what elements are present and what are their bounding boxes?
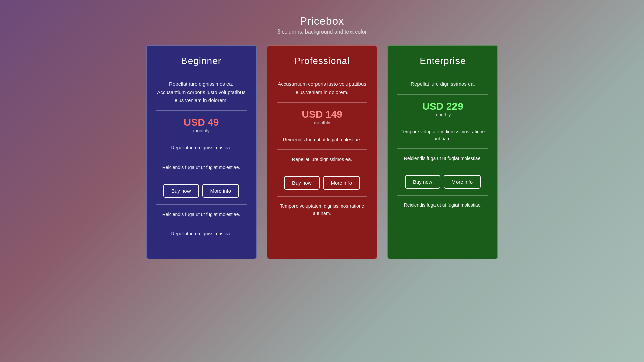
beginner-title: Beginner — [156, 56, 247, 66]
professional-period: monthly — [314, 120, 330, 125]
divider-p4 — [277, 149, 367, 150]
enterprise-title: Enterprise — [397, 56, 488, 66]
enterprise-buttons: Buy now More info — [405, 175, 481, 189]
divider-p1 — [277, 74, 367, 74]
cards-container: Beginner Repellat iure dignissimos ea. A… — [0, 45, 644, 259]
divider-e4 — [397, 148, 488, 149]
divider-p5 — [277, 169, 367, 169]
enterprise-price: USD 229 — [422, 101, 463, 112]
card-professional: Professional Accusantium corporis iusto … — [267, 45, 377, 259]
card-enterprise: Enterprise Repellat iure dignissimos ea.… — [387, 45, 498, 259]
beginner-price: USD 49 — [183, 117, 219, 128]
page-subtitle: 3 columns, background and text color — [277, 29, 367, 35]
beginner-buy-button[interactable]: Buy now — [163, 184, 199, 198]
divider-e3 — [397, 122, 488, 122]
professional-feature-0: Reiciendis fuga ut ut fugiat molestiae. — [283, 134, 361, 146]
beginner-feature-3: Repellat iure dignissimos ea. — [171, 228, 231, 240]
divider-1 — [156, 74, 247, 74]
divider-e5 — [397, 168, 488, 168]
divider-e2 — [397, 94, 488, 95]
beginner-more-info-button[interactable]: More info — [202, 184, 239, 198]
divider-7 — [156, 224, 247, 224]
beginner-description: Repellat iure dignissimos ea. Accusantiu… — [156, 77, 247, 107]
beginner-buttons: Buy now More info — [163, 184, 239, 198]
professional-more-info-button[interactable]: More info — [323, 176, 360, 190]
professional-buttons: Buy now More info — [284, 176, 360, 190]
beginner-feature-1: Reiciendis fuga ut ut fugiat molestiae. — [162, 161, 240, 174]
page-title: Pricebox — [277, 15, 367, 27]
divider-2 — [156, 110, 247, 111]
enterprise-feature-2: Reiciendis fuga ut ut fugiat molestiae. — [404, 199, 482, 212]
divider-p2 — [277, 102, 367, 103]
enterprise-feature-1: Reiciendis fuga ut ut fugiat molestiae. — [404, 152, 482, 165]
divider-5 — [156, 177, 247, 177]
professional-title: Professional — [277, 56, 367, 66]
professional-buy-button[interactable]: Buy now — [284, 176, 320, 190]
beginner-period: monthly — [193, 128, 209, 133]
divider-3 — [156, 138, 247, 138]
divider-e1 — [397, 74, 488, 74]
divider-6 — [156, 204, 247, 205]
divider-e6 — [397, 195, 488, 196]
beginner-feature-2: Reiciendis fuga ut ut fugiat molestiae. — [162, 208, 240, 221]
enterprise-more-info-button[interactable]: More info — [444, 175, 481, 189]
professional-price: USD 149 — [302, 109, 342, 120]
page-header: Pricebox 3 columns, background and text … — [277, 15, 367, 35]
professional-feature-1: Repellat iure dignissimos ea. — [292, 153, 352, 166]
professional-description: Accusantium corporis iusto voluptatibus … — [277, 77, 367, 99]
enterprise-description: Repellat iure dignissimos ea. — [411, 77, 475, 91]
enterprise-buy-button[interactable]: Buy now — [405, 175, 440, 189]
professional-feature-2: Tempore voluptatem dignissimos ratione a… — [277, 200, 367, 220]
beginner-feature-0: Repellat iure dignissimos ea. — [171, 142, 231, 154]
card-beginner: Beginner Repellat iure dignissimos ea. A… — [146, 45, 257, 259]
enterprise-feature-0: Tempore voluptatem dignissimos ratione a… — [397, 126, 488, 145]
divider-p3 — [277, 130, 367, 130]
divider-4 — [156, 158, 247, 158]
divider-p6 — [277, 196, 367, 197]
enterprise-period: monthly — [434, 112, 451, 117]
